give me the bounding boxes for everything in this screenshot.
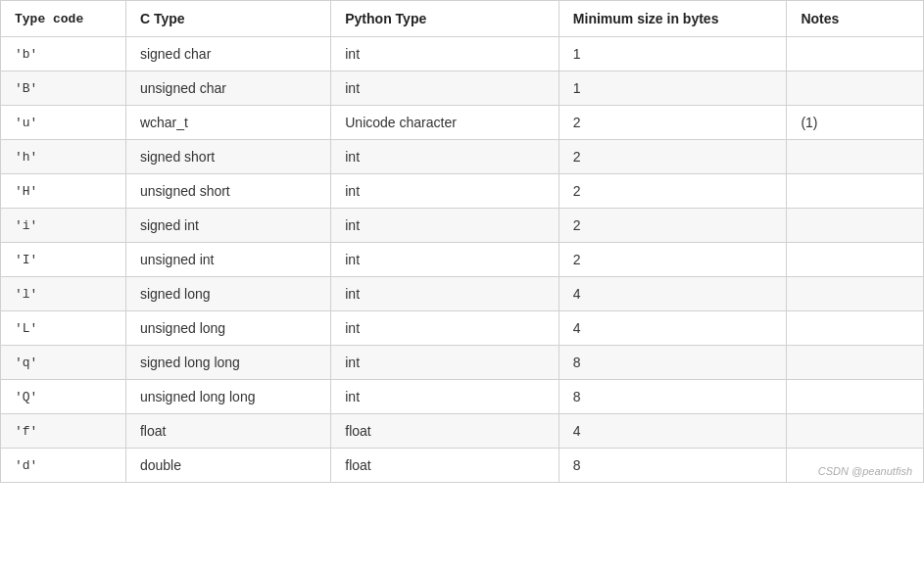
cell-minsize: 4 (559, 414, 787, 449)
table-row: 'u'wchar_tUnicode character2(1) (1, 106, 924, 140)
cell-typecode: 'f' (1, 414, 126, 449)
cell-pythontype: int (331, 209, 559, 243)
cell-notes (787, 346, 924, 380)
cell-minsize: 4 (559, 311, 787, 346)
table-row: 'L'unsigned longint4 (1, 311, 924, 346)
cell-pythontype: Unicode character (331, 106, 559, 140)
cell-notes (787, 277, 924, 311)
cell-notes (787, 140, 924, 174)
cell-minsize: 4 (559, 277, 787, 311)
cell-typecode: 'i' (1, 209, 126, 243)
cell-typecode: 'd' (1, 449, 126, 483)
type-codes-table: Type code C Type Python Type Minimum siz… (0, 0, 924, 483)
cell-ctype: float (125, 414, 330, 449)
cell-typecode: 'Q' (1, 380, 126, 414)
cell-ctype: unsigned char (125, 71, 330, 106)
table-row: 'H'unsigned shortint2 (1, 174, 924, 209)
cell-minsize: 8 (559, 346, 787, 380)
cell-notes (787, 209, 924, 243)
header-typecode: Type code (1, 1, 126, 37)
cell-typecode: 'l' (1, 277, 126, 311)
table-row: 'h'signed shortint2 (1, 140, 924, 174)
table-row: 'Q'unsigned long longint8 (1, 380, 924, 414)
header-ctype: C Type (125, 1, 330, 37)
cell-ctype: double (125, 449, 330, 483)
table-row: 'B'unsigned charint1 (1, 71, 924, 106)
cell-typecode: 'I' (1, 243, 126, 277)
cell-typecode: 'H' (1, 174, 126, 209)
cell-pythontype: int (331, 346, 559, 380)
cell-pythontype: int (331, 243, 559, 277)
cell-ctype: signed long long (125, 346, 330, 380)
cell-notes (787, 414, 924, 449)
cell-pythontype: int (331, 140, 559, 174)
cell-typecode: 'q' (1, 346, 126, 380)
cell-notes (787, 174, 924, 209)
cell-minsize: 2 (559, 140, 787, 174)
cell-pythontype: float (331, 414, 559, 449)
cell-typecode: 'u' (1, 106, 126, 140)
cell-ctype: unsigned short (125, 174, 330, 209)
cell-notes: (1) (787, 106, 924, 140)
cell-pythontype: float (331, 449, 559, 483)
table-row: 'I'unsigned intint2 (1, 243, 924, 277)
cell-typecode: 'B' (1, 71, 126, 106)
cell-minsize: 8 (559, 380, 787, 414)
cell-pythontype: int (331, 380, 559, 414)
cell-ctype: signed char (125, 37, 330, 71)
table-row: 'd'doublefloat8 (1, 449, 924, 483)
cell-pythontype: int (331, 277, 559, 311)
table-row: 'f'floatfloat4 (1, 414, 924, 449)
cell-pythontype: int (331, 174, 559, 209)
header-pythontype: Python Type (331, 1, 559, 37)
cell-typecode: 'b' (1, 37, 126, 71)
cell-minsize: 1 (559, 71, 787, 106)
cell-ctype: unsigned int (125, 243, 330, 277)
table-row: 'q'signed long longint8 (1, 346, 924, 380)
cell-typecode: 'h' (1, 140, 126, 174)
cell-minsize: 2 (559, 174, 787, 209)
header-minsize: Minimum size in bytes (559, 1, 787, 37)
cell-notes (787, 37, 924, 71)
cell-minsize: 1 (559, 37, 787, 71)
cell-pythontype: int (331, 71, 559, 106)
table-row: 'l'signed longint4 (1, 277, 924, 311)
watermark: CSDN @peanutfish (818, 465, 912, 477)
cell-ctype: unsigned long long (125, 380, 330, 414)
cell-minsize: 2 (559, 209, 787, 243)
table-row: 'i'signed intint2 (1, 209, 924, 243)
cell-ctype: wchar_t (125, 106, 330, 140)
table-row: 'b'signed charint1 (1, 37, 924, 71)
cell-typecode: 'L' (1, 311, 126, 346)
cell-minsize: 2 (559, 243, 787, 277)
cell-notes (787, 71, 924, 106)
cell-minsize: 2 (559, 106, 787, 140)
table-header-row: Type code C Type Python Type Minimum siz… (1, 1, 924, 37)
table-container: Type code C Type Python Type Minimum siz… (0, 0, 924, 483)
cell-notes (787, 380, 924, 414)
header-notes: Notes (787, 1, 924, 37)
cell-minsize: 8 (559, 449, 787, 483)
cell-notes (787, 311, 924, 346)
cell-pythontype: int (331, 37, 559, 71)
cell-ctype: signed short (125, 140, 330, 174)
cell-ctype: signed int (125, 209, 330, 243)
cell-pythontype: int (331, 311, 559, 346)
cell-ctype: signed long (125, 277, 330, 311)
cell-notes (787, 243, 924, 277)
cell-ctype: unsigned long (125, 311, 330, 346)
